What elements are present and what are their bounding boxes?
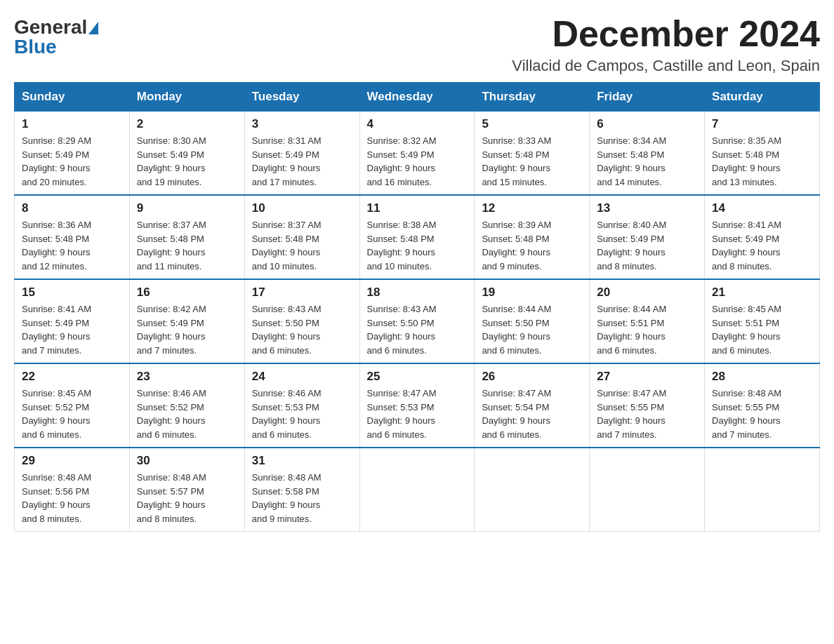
day-info: Sunrise: 8:29 AMSunset: 5:49 PMDaylight:… [22,135,91,187]
day-info: Sunrise: 8:43 AMSunset: 5:50 PMDaylight:… [252,304,322,356]
day-number: 29 [22,454,122,468]
table-row: 13 Sunrise: 8:40 AMSunset: 5:49 PMDaylig… [590,195,705,279]
day-number: 6 [597,117,697,131]
day-info: Sunrise: 8:34 AMSunset: 5:48 PMDaylight:… [597,135,666,187]
table-row: 25 Sunrise: 8:47 AMSunset: 5:53 PMDaylig… [359,363,475,448]
table-row: 22 Sunrise: 8:45 AMSunset: 5:52 PMDaylig… [15,363,130,448]
day-info: Sunrise: 8:37 AMSunset: 5:48 PMDaylight:… [252,220,322,271]
day-info: Sunrise: 8:38 AMSunset: 5:48 PMDaylight:… [367,220,437,271]
day-info: Sunrise: 8:35 AMSunset: 5:48 PMDaylight:… [712,135,781,187]
logo-general-text: General [14,18,98,37]
table-row: 15 Sunrise: 8:41 AMSunset: 5:49 PMDaylig… [15,279,130,363]
table-row: 9 Sunrise: 8:37 AMSunset: 5:48 PMDayligh… [129,195,244,279]
day-number: 12 [482,201,582,215]
table-row: 23 Sunrise: 8:46 AMSunset: 5:52 PMDaylig… [129,363,244,448]
day-number: 1 [22,117,122,131]
table-row: 30 Sunrise: 8:48 AMSunset: 5:57 PMDaylig… [129,448,244,532]
main-title: December 2024 [512,14,820,54]
table-row [705,448,820,532]
table-row: 18 Sunrise: 8:43 AMSunset: 5:50 PMDaylig… [359,279,475,363]
day-number: 9 [137,201,237,215]
day-info: Sunrise: 8:48 AMSunset: 5:57 PMDaylight:… [137,472,206,524]
logo-triangle-icon [88,22,98,34]
day-info: Sunrise: 8:44 AMSunset: 5:50 PMDaylight:… [482,304,551,356]
table-row: 26 Sunrise: 8:47 AMSunset: 5:54 PMDaylig… [475,363,590,448]
col-saturday: Saturday [705,83,820,112]
day-number: 22 [22,370,122,384]
col-friday: Friday [590,83,705,112]
table-row: 16 Sunrise: 8:42 AMSunset: 5:49 PMDaylig… [129,279,244,363]
day-number: 28 [712,370,812,384]
col-monday: Monday [129,83,244,112]
day-number: 25 [367,370,468,384]
day-info: Sunrise: 8:43 AMSunset: 5:50 PMDaylight:… [367,304,437,356]
day-info: Sunrise: 8:41 AMSunset: 5:49 PMDaylight:… [712,220,781,271]
day-info: Sunrise: 8:45 AMSunset: 5:51 PMDaylight:… [712,304,781,356]
day-number: 10 [252,201,352,215]
day-number: 14 [712,201,812,215]
day-number: 7 [712,117,812,131]
day-number: 8 [22,201,122,215]
logo: General Blue [14,14,98,57]
day-info: Sunrise: 8:48 AMSunset: 5:58 PMDaylight:… [252,472,322,524]
day-info: Sunrise: 8:31 AMSunset: 5:49 PMDaylight:… [252,135,322,187]
day-number: 17 [252,286,352,300]
day-info: Sunrise: 8:46 AMSunset: 5:52 PMDaylight:… [137,388,206,440]
page-header: General Blue December 2024 Villacid de C… [14,14,820,75]
table-row: 29 Sunrise: 8:48 AMSunset: 5:56 PMDaylig… [15,448,130,532]
col-tuesday: Tuesday [244,83,359,112]
day-number: 27 [597,370,697,384]
calendar-week-3: 15 Sunrise: 8:41 AMSunset: 5:49 PMDaylig… [15,279,820,363]
day-info: Sunrise: 8:46 AMSunset: 5:53 PMDaylight:… [252,388,322,440]
table-row: 20 Sunrise: 8:44 AMSunset: 5:51 PMDaylig… [590,279,705,363]
day-number: 26 [482,370,582,384]
day-number: 24 [252,370,352,384]
subtitle: Villacid de Campos, Castille and Leon, S… [512,57,820,75]
day-info: Sunrise: 8:36 AMSunset: 5:48 PMDaylight:… [22,220,91,271]
day-info: Sunrise: 8:45 AMSunset: 5:52 PMDaylight:… [22,388,91,440]
day-number: 21 [712,286,812,300]
table-row: 27 Sunrise: 8:47 AMSunset: 5:55 PMDaylig… [590,363,705,448]
calendar-week-2: 8 Sunrise: 8:36 AMSunset: 5:48 PMDayligh… [15,195,820,279]
day-info: Sunrise: 8:33 AMSunset: 5:48 PMDaylight:… [482,135,551,187]
logo-blue-text: Blue [14,37,57,57]
day-info: Sunrise: 8:44 AMSunset: 5:51 PMDaylight:… [597,304,666,356]
day-info: Sunrise: 8:41 AMSunset: 5:49 PMDaylight:… [22,304,91,356]
table-row: 21 Sunrise: 8:45 AMSunset: 5:51 PMDaylig… [705,279,820,363]
table-row: 19 Sunrise: 8:44 AMSunset: 5:50 PMDaylig… [475,279,590,363]
day-info: Sunrise: 8:37 AMSunset: 5:48 PMDaylight:… [137,220,206,271]
day-info: Sunrise: 8:48 AMSunset: 5:56 PMDaylight:… [22,472,91,524]
day-info: Sunrise: 8:42 AMSunset: 5:49 PMDaylight:… [137,304,206,356]
day-number: 5 [482,117,582,131]
day-number: 3 [252,117,352,131]
day-number: 31 [252,454,352,468]
table-row: 31 Sunrise: 8:48 AMSunset: 5:58 PMDaylig… [244,448,359,532]
day-info: Sunrise: 8:40 AMSunset: 5:49 PMDaylight:… [597,220,666,271]
title-section: December 2024 Villacid de Campos, Castil… [512,14,820,75]
table-row: 14 Sunrise: 8:41 AMSunset: 5:49 PMDaylig… [705,195,820,279]
day-number: 13 [597,201,697,215]
day-info: Sunrise: 8:47 AMSunset: 5:54 PMDaylight:… [482,388,551,440]
table-row: 2 Sunrise: 8:30 AMSunset: 5:49 PMDayligh… [129,112,244,196]
table-row: 5 Sunrise: 8:33 AMSunset: 5:48 PMDayligh… [475,112,590,196]
table-row: 4 Sunrise: 8:32 AMSunset: 5:49 PMDayligh… [359,112,475,196]
day-number: 30 [137,454,237,468]
table-row: 1 Sunrise: 8:29 AMSunset: 5:49 PMDayligh… [15,112,130,196]
table-row: 12 Sunrise: 8:39 AMSunset: 5:48 PMDaylig… [475,195,590,279]
table-row [590,448,705,532]
table-row: 7 Sunrise: 8:35 AMSunset: 5:48 PMDayligh… [705,112,820,196]
table-row [359,448,475,532]
table-row: 28 Sunrise: 8:48 AMSunset: 5:55 PMDaylig… [705,363,820,448]
table-row: 6 Sunrise: 8:34 AMSunset: 5:48 PMDayligh… [590,112,705,196]
day-info: Sunrise: 8:32 AMSunset: 5:49 PMDaylight:… [367,135,437,187]
calendar-week-5: 29 Sunrise: 8:48 AMSunset: 5:56 PMDaylig… [15,448,820,532]
day-info: Sunrise: 8:47 AMSunset: 5:55 PMDaylight:… [597,388,666,440]
day-info: Sunrise: 8:47 AMSunset: 5:53 PMDaylight:… [367,388,437,440]
table-row [475,448,590,532]
day-number: 19 [482,286,582,300]
calendar-header-row: Sunday Monday Tuesday Wednesday Thursday… [15,83,820,112]
day-info: Sunrise: 8:48 AMSunset: 5:55 PMDaylight:… [712,388,781,440]
day-info: Sunrise: 8:30 AMSunset: 5:49 PMDaylight:… [137,135,206,187]
table-row: 11 Sunrise: 8:38 AMSunset: 5:48 PMDaylig… [359,195,475,279]
day-info: Sunrise: 8:39 AMSunset: 5:48 PMDaylight:… [482,220,551,271]
